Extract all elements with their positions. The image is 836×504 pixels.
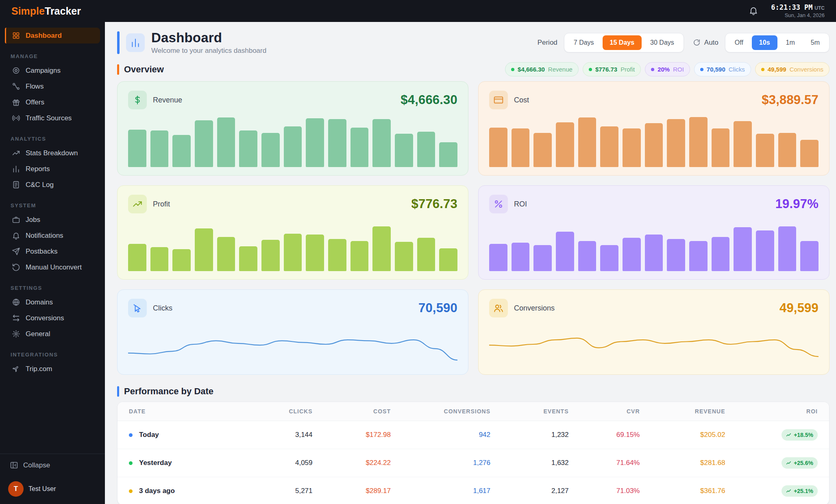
notifications-bell-button[interactable] (748, 6, 759, 16)
row-roi: +25.1% (737, 477, 829, 504)
option-10s[interactable]: 10s (752, 35, 777, 50)
clock-time: 6:21:33 PM (771, 3, 812, 11)
badge-value: $4,666.30 (518, 66, 545, 73)
row-events: 1,632 (502, 449, 580, 477)
collapse-button[interactable]: Collapse (0, 454, 105, 476)
app-logo[interactable]: SimpleTracker (11, 5, 81, 17)
badge-dot (700, 68, 703, 71)
briefcase-icon (12, 215, 20, 224)
header-accent-bar (117, 31, 120, 54)
metric-cards-grid: Revenue $4,666.30 Cost $3,889.57 Profit … (117, 81, 829, 375)
bar (306, 118, 324, 167)
row-conversions: 942 (402, 421, 502, 449)
sidebar-item-label: Campaigns (26, 67, 61, 75)
sidebar-item-offers[interactable]: Offers (5, 94, 100, 110)
sidebar-item-label: Dashboard (26, 32, 62, 40)
bar (372, 226, 391, 271)
col-events: EVENTS (502, 402, 580, 421)
overview-badge-profit: $776.73Profit (583, 62, 641, 76)
sidebar-item-trip-com[interactable]: Trip.com (5, 361, 100, 377)
bar (217, 237, 235, 271)
row-cvr: 71.64% (580, 449, 651, 477)
option-off[interactable]: Off (727, 35, 751, 50)
table-row-today[interactable]: Today3,144$172.989421,23269.15%$205.02+1… (118, 421, 829, 449)
bar (351, 128, 369, 167)
overview-accent-bar (117, 64, 119, 75)
user-row[interactable]: T Test User (0, 476, 105, 504)
shell: DashboardMANAGECampaignsFlowsOffersTraff… (0, 22, 836, 504)
send-icon (12, 247, 20, 256)
clock: 6:21:33 PM UTC Sun, Jan 4, 2026 (771, 3, 825, 19)
bar (489, 128, 507, 167)
bar (195, 120, 213, 167)
bar (217, 117, 235, 167)
dollar-icon (128, 91, 147, 109)
table-row-yesterday[interactable]: Yesterday4,059$224.221,2761,63271.64%$28… (118, 449, 829, 477)
sidebar-item-label: Domains (26, 298, 53, 306)
row-revenue: $281.68 (651, 449, 737, 477)
option-5m[interactable]: 5m (803, 35, 827, 50)
sidebar-item-manual-unconvert[interactable]: Manual Unconvert (5, 259, 100, 275)
bar (417, 238, 435, 271)
globe-icon (12, 298, 20, 306)
table-row-3-days-ago[interactable]: 3 days ago5,271$289.171,6172,12771.03%$3… (118, 477, 829, 504)
bar (623, 238, 641, 271)
sidebar-item-domains[interactable]: Domains (5, 294, 100, 310)
sidebar-item-label: Jobs (26, 216, 40, 224)
sidebar-item-label: Stats Breakdown (26, 149, 78, 157)
bell-icon (12, 231, 20, 240)
card-value: $776.73 (411, 197, 457, 211)
clock-date: Sun, Jan 4, 2026 (771, 12, 825, 19)
card-roi: ROI 19.97% (478, 185, 829, 280)
badge-value: 49,599 (768, 66, 786, 73)
app-root: SimpleTracker 6:21:33 PM UTC Sun, Jan 4,… (0, 0, 836, 504)
overview-header: Overview $4,666.30Revenue$776.73Profit20… (117, 62, 829, 76)
sidebar-item-c-c-log[interactable]: C&C Log (5, 177, 100, 193)
trend-up-icon (786, 461, 791, 466)
sidebar-item-general[interactable]: General (5, 326, 100, 342)
overview-badges: $4,666.30Revenue$776.73Profit20%ROI70,59… (505, 62, 829, 76)
performance-header: Performance by Date (117, 386, 829, 397)
option-30-days[interactable]: 30 Days (643, 35, 681, 50)
bar (778, 226, 797, 271)
sidebar-item-campaigns[interactable]: Campaigns (5, 63, 100, 78)
col-cost: COST (324, 402, 403, 421)
sidebar-item-reports[interactable]: Reports (5, 161, 100, 177)
gear-icon (12, 330, 20, 338)
option-1m[interactable]: 1m (779, 35, 802, 50)
row-date: 3 days ago (118, 477, 239, 504)
row-date: Yesterday (118, 449, 239, 477)
sidebar-item-postbacks[interactable]: Postbacks (5, 243, 100, 259)
bar (645, 235, 663, 271)
undo-icon (12, 263, 20, 272)
sidebar-item-dashboard[interactable]: Dashboard (5, 28, 100, 43)
card-revenue: Revenue $4,666.30 (117, 81, 468, 176)
bar (395, 242, 413, 271)
sidebar-item-traffic-sources[interactable]: Traffic Sources (5, 110, 100, 126)
bar (489, 244, 507, 271)
bar (261, 133, 280, 167)
sidebar-item-flows[interactable]: Flows (5, 78, 100, 94)
sidebar-item-notifications[interactable]: Notifications (5, 228, 100, 243)
swap-icon (12, 314, 20, 322)
flow-icon (12, 82, 20, 91)
sidebar-item-stats-breakdown[interactable]: Stats Breakdown (5, 145, 100, 161)
bar (150, 247, 169, 271)
overview-badge-roi: 20%ROI (645, 62, 690, 76)
conversions-line-chart (489, 322, 819, 366)
option-15-days[interactable]: 15 Days (603, 35, 642, 50)
badge-label: Clicks (729, 66, 745, 73)
sidebar-item-conversions[interactable]: Conversions (5, 310, 100, 326)
percent-icon (489, 195, 508, 213)
sidebar-item-jobs[interactable]: Jobs (5, 212, 100, 228)
bar (261, 240, 280, 271)
topbar: SimpleTracker 6:21:33 PM UTC Sun, Jan 4,… (0, 0, 836, 22)
revenue-bar-chart (128, 115, 457, 167)
period-label: Period (538, 39, 557, 47)
option-7-days[interactable]: 7 Days (566, 35, 601, 50)
bar (800, 241, 819, 271)
period-segmented-control: 7 Days15 Days30 Days (564, 33, 684, 52)
sidebar-item-label: Reports (26, 165, 50, 173)
row-conversions: 1,276 (402, 449, 502, 477)
col-conversions: CONVERSIONS (402, 402, 502, 421)
